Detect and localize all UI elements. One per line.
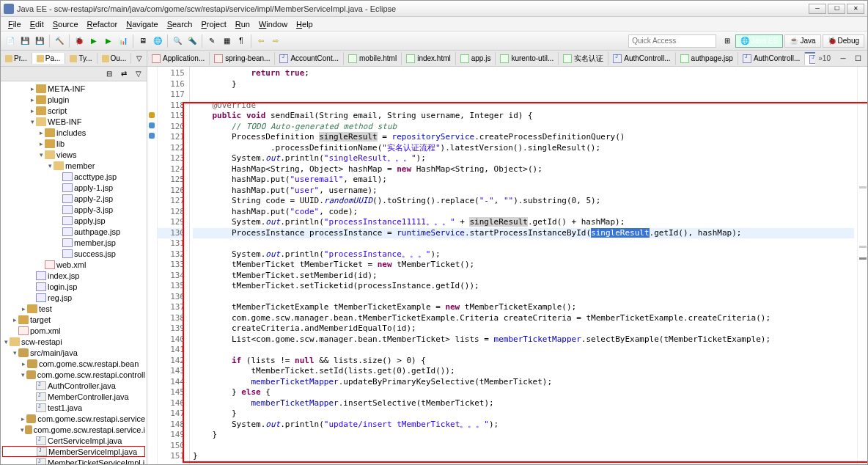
tree-item[interactable]: ▾scw-restapi bbox=[2, 336, 145, 347]
collapse-all-icon[interactable]: ⊟ bbox=[103, 67, 116, 81]
view-menu-icon[interactable]: ▽ bbox=[133, 52, 146, 65]
tree-item[interactable]: reg.jsp bbox=[2, 292, 145, 303]
tree-item[interactable]: apply-3.jsp bbox=[2, 204, 145, 215]
tree-item[interactable]: success.jsp bbox=[2, 248, 145, 259]
close-button[interactable]: ✕ bbox=[847, 4, 864, 14]
tree-item[interactable]: ▸com.gome.scw.restapi.service bbox=[2, 413, 145, 424]
debug-button[interactable]: 🐞 bbox=[73, 34, 86, 48]
editor-tab[interactable]: Application... bbox=[147, 52, 210, 65]
tree-item[interactable]: apply-2.jsp bbox=[2, 193, 145, 204]
info-marker-icon[interactable] bbox=[149, 122, 155, 128]
search-button[interactable]: 🔦 bbox=[185, 34, 199, 48]
link-editor-icon[interactable]: ⇄ bbox=[117, 67, 130, 81]
tree-item[interactable]: ▾com.gome.scw.restapi.service.i bbox=[2, 424, 145, 435]
tree-item[interactable]: ▸com.gome.scw.restapi.bean bbox=[2, 358, 145, 369]
tree-item[interactable]: ▸test bbox=[2, 303, 145, 314]
menu-project[interactable]: Project bbox=[197, 20, 231, 29]
editor-tab[interactable]: mobile.html bbox=[344, 52, 402, 65]
menu-file[interactable]: File bbox=[4, 20, 26, 29]
overview-ruler[interactable] bbox=[857, 67, 867, 464]
tree-item[interactable]: ▾src/main/java bbox=[2, 347, 145, 358]
editor-tab[interactable]: kurento-util... bbox=[496, 52, 559, 65]
editor-tab[interactable]: spring-bean... bbox=[210, 52, 275, 65]
tab-overflow[interactable]: »10 bbox=[815, 54, 834, 62]
new-button[interactable]: 📄 bbox=[4, 34, 17, 48]
toggle-mark-button[interactable]: ✎ bbox=[205, 34, 218, 48]
view-tab-2[interactable]: Ty... bbox=[65, 53, 97, 64]
menu-help[interactable]: Help bbox=[292, 20, 317, 29]
editor-tab[interactable]: MemberServic...✕ bbox=[805, 52, 815, 65]
back-button[interactable]: ⇦ bbox=[254, 34, 268, 48]
editor-tab[interactable]: 实名认证 bbox=[559, 52, 608, 65]
build-button[interactable]: 🔨 bbox=[53, 34, 66, 48]
code-editor[interactable]: 1151161171181191201211221231241251261271… bbox=[147, 67, 867, 464]
tree-item[interactable]: authpage.jsp bbox=[2, 226, 145, 237]
run-button[interactable]: ▶ bbox=[87, 34, 100, 48]
tree-item[interactable]: pom.xml bbox=[2, 325, 145, 336]
save-all-button[interactable]: 💾 bbox=[33, 34, 46, 48]
menu-run[interactable]: Run bbox=[231, 20, 254, 29]
task-marker-icon[interactable] bbox=[149, 133, 155, 139]
tree-item[interactable]: test1.java bbox=[2, 402, 145, 413]
menu-search[interactable]: Search bbox=[163, 20, 197, 29]
open-perspective-button[interactable]: ⊞ bbox=[721, 34, 734, 48]
overview-mark[interactable] bbox=[859, 186, 867, 188]
new-server-button[interactable]: 🖥 bbox=[136, 34, 150, 48]
editor-tab[interactable]: AccountCont... bbox=[275, 52, 344, 65]
warning-marker-icon[interactable] bbox=[149, 112, 155, 118]
view-dropdown-icon[interactable]: ▽ bbox=[132, 67, 145, 81]
maximize-editor-icon[interactable]: ☐ bbox=[851, 52, 864, 65]
code-area[interactable]: return true; } @Override public void sen… bbox=[190, 67, 857, 464]
tree-item[interactable]: apply.jsp bbox=[2, 215, 145, 226]
run-last-button[interactable]: ▶ bbox=[102, 34, 115, 48]
overview-mark[interactable] bbox=[859, 257, 867, 260]
quick-access[interactable] bbox=[628, 34, 716, 48]
menu-navigate[interactable]: Navigate bbox=[122, 20, 162, 29]
perspective-debug[interactable]: 🐞Debug bbox=[823, 34, 864, 48]
tree-item[interactable]: apply-1.jsp bbox=[2, 182, 145, 193]
tree-item[interactable]: ▸script bbox=[2, 105, 145, 116]
tree-item[interactable]: ▾WEB-INF bbox=[2, 116, 145, 127]
coverage-button[interactable]: 📊 bbox=[117, 34, 130, 48]
tree-item[interactable]: MemberController.java bbox=[2, 391, 145, 402]
editor-tab[interactable]: authpage.jsp bbox=[676, 52, 738, 65]
new-web-button[interactable]: 🌐 bbox=[151, 34, 164, 48]
maximize-button[interactable]: ☐ bbox=[828, 4, 845, 14]
view-tab-0[interactable]: Pr... bbox=[1, 53, 32, 64]
tree-item[interactable]: ▸target bbox=[2, 314, 145, 325]
tree-item[interactable]: ▾member bbox=[2, 160, 145, 171]
package-explorer-tree[interactable]: ▸META-INF▸plugin▸script▾WEB-INF▸includes… bbox=[1, 81, 147, 464]
editor-tab[interactable]: app.js bbox=[456, 52, 496, 65]
minimize-editor-icon[interactable]: ─ bbox=[836, 52, 850, 65]
tree-item[interactable]: MemberTicketServiceImpl.j bbox=[2, 457, 145, 464]
tree-item[interactable]: member.jsp bbox=[2, 237, 145, 248]
view-tab-3[interactable]: Ou... bbox=[98, 53, 132, 64]
toggle-block-button[interactable]: ▦ bbox=[220, 34, 233, 48]
menu-refactor[interactable]: Refactor bbox=[83, 20, 122, 29]
editor-tab[interactable]: AuthControll... bbox=[738, 52, 805, 65]
perspective-java[interactable]: ☕Java bbox=[784, 34, 820, 48]
tree-item[interactable]: web.xml bbox=[2, 259, 145, 270]
tree-item[interactable]: CertServiceImpl.java bbox=[2, 435, 145, 446]
tree-item[interactable]: login.jsp bbox=[2, 281, 145, 292]
save-button[interactable]: 💾 bbox=[18, 34, 32, 48]
tree-item[interactable]: ▸META-INF bbox=[2, 83, 145, 94]
editor-tab[interactable]: index.html bbox=[402, 52, 456, 65]
menu-window[interactable]: Window bbox=[254, 20, 292, 29]
menu-edit[interactable]: Edit bbox=[26, 20, 48, 29]
overview-mark[interactable] bbox=[859, 246, 867, 248]
minimize-button[interactable]: ─ bbox=[809, 4, 826, 14]
tree-item[interactable]: ▸plugin bbox=[2, 94, 145, 105]
tree-item[interactable]: ▸includes bbox=[2, 127, 145, 138]
tree-item[interactable]: ▸lib bbox=[2, 138, 145, 149]
show-whitespace-button[interactable]: ¶ bbox=[235, 34, 248, 48]
open-type-button[interactable]: 🔍 bbox=[171, 34, 184, 48]
tree-item[interactable]: index.jsp bbox=[2, 270, 145, 281]
perspective-java-ee[interactable]: 🌐Java EE bbox=[735, 34, 783, 48]
tree-item[interactable]: MemberServiceImpl.java bbox=[2, 446, 145, 457]
menu-source[interactable]: Source bbox=[48, 20, 83, 29]
tree-item[interactable]: accttype.jsp bbox=[2, 171, 145, 182]
tree-item[interactable]: ▾views bbox=[2, 149, 145, 160]
view-tab-1[interactable]: Pa... bbox=[32, 53, 66, 64]
forward-button[interactable]: ⇨ bbox=[269, 34, 282, 48]
